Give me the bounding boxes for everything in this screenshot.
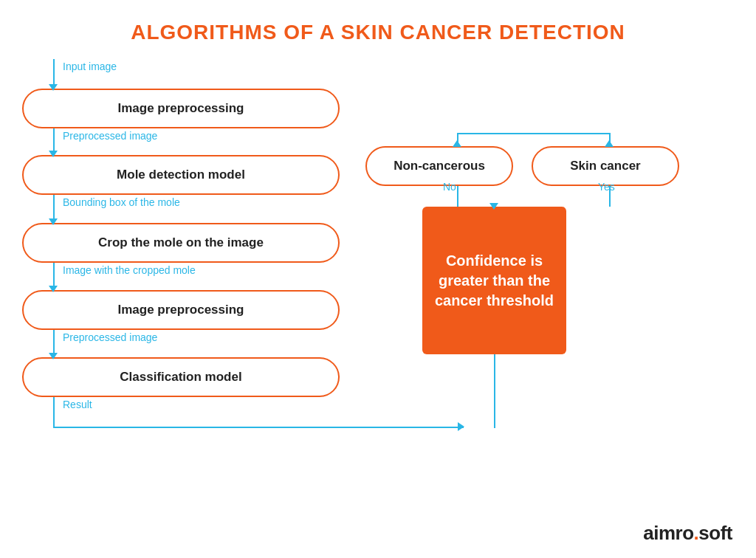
arrow-1 <box>49 84 58 91</box>
input-label: Input image <box>63 61 117 72</box>
arrow-4 <box>49 286 58 292</box>
box-crop-mole: Crop the mole on the image <box>22 223 340 263</box>
diagram: Input image Image preprocessing Preproce… <box>0 52 756 539</box>
v-line-decision-bottom <box>494 354 495 428</box>
cropped-label: Image with the cropped mole <box>63 264 196 276</box>
line-5-result <box>53 397 55 427</box>
brand-text2: soft <box>698 522 732 544</box>
decision-box: Confidence is greater than the cancer th… <box>422 207 566 354</box>
box-non-cancerous: Non-cancerous <box>365 146 513 186</box>
arrow-5 <box>49 353 58 359</box>
arrow-3 <box>49 218 58 225</box>
preprocessed-label-2: Preprocessed image <box>63 331 157 343</box>
preprocessed-label-1: Preprocessed image <box>63 130 157 142</box>
arrow-result-end <box>458 422 464 431</box>
h-line-top-results <box>457 133 611 134</box>
box-mole-detection: Mole detection model <box>22 155 340 195</box>
result-label: Result <box>63 399 92 410</box>
box-image-preprocessing-1: Image preprocessing <box>22 89 340 128</box>
brand-text1: aimro <box>643 522 693 544</box>
box-classification: Classification model <box>22 357 340 397</box>
no-label: No <box>443 181 456 193</box>
page-title: ALGORITHMS OF A SKIN CANCER DETECTION <box>0 0 756 52</box>
arrow-non-cancerous <box>453 140 461 147</box>
brand-logo: aimro.soft <box>643 522 732 545</box>
h-line-result <box>53 427 464 428</box>
box-skin-cancer: Skin cancer <box>532 146 679 186</box>
yes-label: Yes <box>598 181 615 193</box>
bounding-label: Bounding box of the mole <box>63 196 180 208</box>
arrow-decision-in <box>489 203 498 210</box>
box-image-preprocessing-2: Image preprocessing <box>22 290 340 330</box>
arrow-2 <box>49 151 58 157</box>
arrow-skin-cancer <box>605 140 614 147</box>
